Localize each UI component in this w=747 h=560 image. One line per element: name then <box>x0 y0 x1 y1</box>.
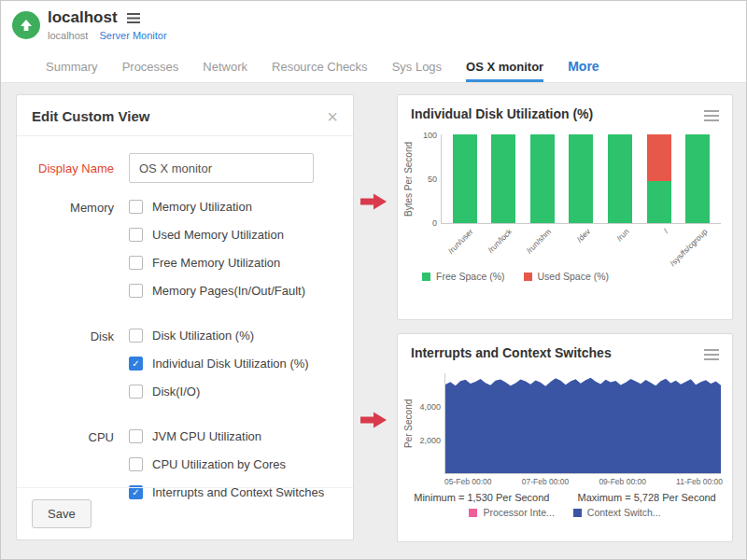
checkbox-option-disk-utilization-[interactable]: Disk Utilization (%) <box>129 329 309 343</box>
checkbox-unchecked-icon[interactable] <box>129 457 143 471</box>
legend-swatch <box>573 509 582 517</box>
legend-label: Processor Inte... <box>483 507 554 518</box>
tab-more[interactable]: More <box>568 59 599 82</box>
bar-segment-used <box>647 134 671 181</box>
legend-item-context-switches[interactable]: Context Switch... <box>573 507 661 518</box>
checkbox-unchecked-icon[interactable] <box>129 284 143 298</box>
bar-segment-free <box>608 134 632 223</box>
chart-legend: Processor Inte... Context Switch... <box>398 503 732 518</box>
checkbox-option-individual-disk-utilization-[interactable]: ✓Individual Disk Utilization (%) <box>129 357 309 371</box>
group-label-disk: Disk <box>17 329 129 413</box>
bar-/sys/fs/cgroup <box>685 134 710 223</box>
hamburger-menu-icon[interactable] <box>127 13 140 23</box>
chart-legend: Free Space (%) Used Space (%) <box>398 271 732 282</box>
edit-custom-view-panel: Edit Custom View × Display Name MemoryMe… <box>16 94 354 540</box>
checkbox-unchecked-icon[interactable] <box>129 200 143 214</box>
legend-label: Context Switch... <box>587 507 661 518</box>
bar-segment-free <box>491 134 515 223</box>
chart-menu-icon[interactable] <box>704 106 719 125</box>
checkbox-option-memory-utilization[interactable]: Memory Utilization <box>129 200 305 214</box>
tab-summary[interactable]: Summary <box>46 60 98 82</box>
chart-title: Interrupts and Context Switches <box>411 345 612 360</box>
legend-swatch <box>469 509 477 517</box>
checkbox-option-jvm-cpu-utilization[interactable]: JVM CPU Utilization <box>129 429 324 443</box>
y-tick: 4,000 <box>419 402 441 412</box>
bar-/run/shm <box>530 134 555 223</box>
checkbox-unchecked-icon[interactable] <box>129 429 143 443</box>
bar-/run <box>608 134 632 223</box>
bar-category-label: /run/lock <box>486 227 514 255</box>
legend-item-used-space[interactable]: Used Space (%) <box>524 271 609 282</box>
checkbox-label: Memory Utilization <box>152 200 252 214</box>
content-area: Edit Custom View × Display Name MemoryMe… <box>1 83 746 559</box>
legend-swatch <box>422 273 430 281</box>
minimum-value: Minimum = 1,530 Per Second <box>414 492 549 503</box>
checkbox-checked-icon[interactable]: ✓ <box>129 357 143 371</box>
panel-title: Edit Custom View <box>32 108 149 124</box>
y-tick: 2,000 <box>419 436 441 445</box>
bar-category-label: / <box>662 227 670 235</box>
checkbox-label: Used Memory Utilization <box>152 228 284 242</box>
bar-segment-free <box>647 181 671 223</box>
y-axis: 100 50 0 <box>416 134 441 224</box>
bar-chart-plot <box>441 134 721 224</box>
checkbox-label: CPU Utilization by Cores <box>152 457 286 471</box>
bar-/ <box>647 134 671 223</box>
page-header: localhost localhost Server Monitor <box>1 1 746 51</box>
tab-sys-logs[interactable]: Sys Logs <box>392 60 442 82</box>
tab-processes[interactable]: Processes <box>122 60 179 82</box>
breadcrumb-host: localhost <box>48 30 88 41</box>
chart-title: Individual Disk Utilization (%) <box>411 106 593 121</box>
breadcrumb: localhost Server Monitor <box>48 30 746 41</box>
y-tick: 50 <box>428 175 437 184</box>
display-name-input[interactable] <box>129 153 314 183</box>
checkbox-label: Free Memory Utilization <box>152 256 280 270</box>
area-chart-plot <box>444 373 721 474</box>
interrupts-chart-card: Interrupts and Context Switches Per Seco… <box>397 333 733 542</box>
x-axis-labels: /run/user/run/lock/run/shm/dev/run//sys/… <box>441 224 732 271</box>
checkbox-label: Memory Pages(In/Out/Fault) <box>152 284 305 298</box>
checkbox-option-cpu-utilization-by-cores[interactable]: CPU Utilization by Cores <box>129 457 324 471</box>
bar-category-label: /run <box>614 227 630 243</box>
chart-menu-icon[interactable] <box>704 345 719 364</box>
x-axis-labels: 05-Feb 00:00 07-Feb 00:00 09-Feb 00:00 1… <box>444 474 723 486</box>
checkbox-unchecked-icon[interactable] <box>129 385 143 399</box>
checkbox-option-memory-pages-in-out-fault-[interactable]: Memory Pages(In/Out/Fault) <box>129 284 305 298</box>
x-tick: 05-Feb 00:00 <box>444 477 492 486</box>
display-name-label: Display Name <box>17 153 129 183</box>
legend-swatch <box>524 273 532 281</box>
checkbox-unchecked-icon[interactable] <box>129 329 143 343</box>
breadcrumb-server-monitor-link[interactable]: Server Monitor <box>99 30 166 41</box>
tab-os-x-monitor[interactable]: OS X monitor <box>466 60 543 82</box>
close-icon[interactable]: × <box>327 110 338 123</box>
bar-/dev <box>569 134 593 223</box>
checkbox-label: Individual Disk Utilization (%) <box>152 357 309 371</box>
tab-resource-checks[interactable]: Resource Checks <box>272 60 368 82</box>
bar-category-label: /run/user <box>446 227 475 256</box>
arrow-right-icon <box>360 412 387 432</box>
checkbox-option-disk-i-o-[interactable]: Disk(I/O) <box>129 385 309 399</box>
checkbox-option-used-memory-utilization[interactable]: Used Memory Utilization <box>129 228 305 242</box>
arrow-right-icon <box>360 193 387 214</box>
bar-/run/user <box>453 134 477 223</box>
bar-segment-free <box>569 134 593 223</box>
y-axis-label: Per Second <box>403 373 416 474</box>
group-label-memory: Memory <box>17 200 129 312</box>
page-title: localhost <box>48 8 118 27</box>
checkbox-unchecked-icon[interactable] <box>129 256 143 270</box>
legend-item-free-space[interactable]: Free Space (%) <box>422 271 505 282</box>
checkbox-option-free-memory-utilization[interactable]: Free Memory Utilization <box>129 256 305 270</box>
min-max-summary: Minimum = 1,530 Per Second Maximum = 5,7… <box>398 486 732 503</box>
save-button[interactable]: Save <box>32 499 92 528</box>
y-axis-label: Bytes Per Second <box>403 134 416 224</box>
bar-/run/lock <box>491 134 515 223</box>
x-tick: 07-Feb 00:00 <box>522 477 570 486</box>
checkbox-label: Disk(I/O) <box>152 385 200 399</box>
tab-network[interactable]: Network <box>203 60 247 82</box>
x-tick: 09-Feb 00:00 <box>599 477 646 486</box>
checkbox-unchecked-icon[interactable] <box>129 228 143 242</box>
legend-item-processor-interrupts[interactable]: Processor Inte... <box>469 507 554 518</box>
checkbox-label: JVM CPU Utilization <box>152 429 261 443</box>
app-window: localhost localhost Server Monitor Summa… <box>0 0 747 560</box>
y-tick: 100 <box>423 131 437 140</box>
